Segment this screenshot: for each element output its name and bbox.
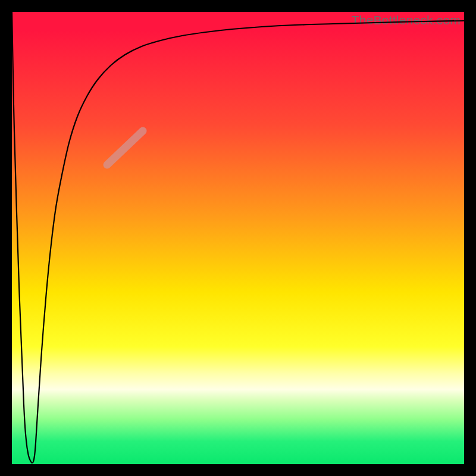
curve-svg xyxy=(12,12,464,464)
curve-path xyxy=(12,12,464,463)
chart-frame: TheBottleneck.com xyxy=(0,0,476,476)
curve-highlight xyxy=(107,131,143,165)
plot-area: TheBottleneck.com xyxy=(12,12,464,464)
